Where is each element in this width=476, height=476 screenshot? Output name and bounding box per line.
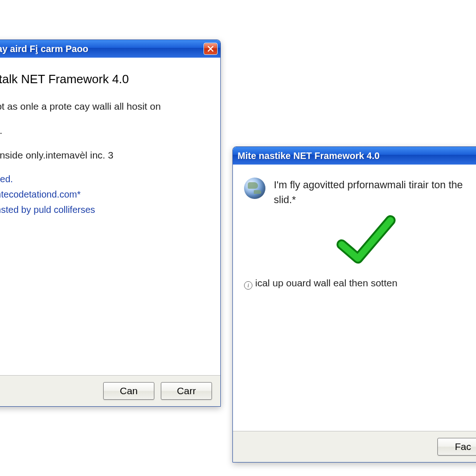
page-heading: nstalk NET Framework 4.0 — [0, 71, 209, 88]
body-text-2: ors. — [0, 124, 209, 138]
window-body: I'm fly agovitted prfornawmali tirair to… — [233, 165, 476, 431]
installer-window-back: e wlay aird Fi̧ carm Paoo nstalk NET Fra… — [0, 40, 221, 407]
window-title: e wlay aird Fi̧ carm Paoo — [0, 43, 204, 54]
body-text-3: or inside only.intemavèl inc. 3 — [0, 148, 209, 162]
window-body: nstalk NET Framework 4.0 l not as onle a… — [0, 58, 220, 375]
window-title: Mite nastike NET Framework 4.0 — [238, 151, 476, 161]
close-icon — [207, 44, 214, 54]
close-button[interactable] — [204, 43, 218, 55]
titlebar[interactable]: e wlay aird Fi̧ carm Paoo — [0, 40, 220, 58]
info-icon — [244, 281, 252, 290]
note-row: ical up ouard wall eal then sotten — [244, 276, 476, 290]
fac-button[interactable]: Fac — [437, 438, 476, 456]
titlebar[interactable]: Mite nastike NET Framework 4.0 — [233, 147, 476, 165]
link-2[interactable]: nshtecodetationd.com* — [0, 188, 209, 201]
button-bar: Can Carr — [0, 375, 220, 406]
message-text: I'm fly agovitted prfornawmali tirair to… — [274, 178, 476, 207]
carr-button[interactable]: Carr — [161, 382, 212, 400]
can-button[interactable]: Can — [103, 382, 154, 400]
note-text: ical up ouard wall eal then sotten — [255, 278, 397, 288]
globe-icon — [244, 178, 265, 199]
button-bar: Fac — [233, 431, 476, 462]
checkmark-icon — [332, 212, 397, 268]
link-1[interactable]: plised. — [0, 172, 209, 186]
link-3[interactable]: cansted by puld colliferses — [0, 203, 209, 217]
body-text-1: l not as onle a prote cay walli all hosi… — [0, 99, 209, 113]
installer-window-front: Mite nastike NET Framework 4.0 I'm fly a… — [232, 146, 476, 463]
